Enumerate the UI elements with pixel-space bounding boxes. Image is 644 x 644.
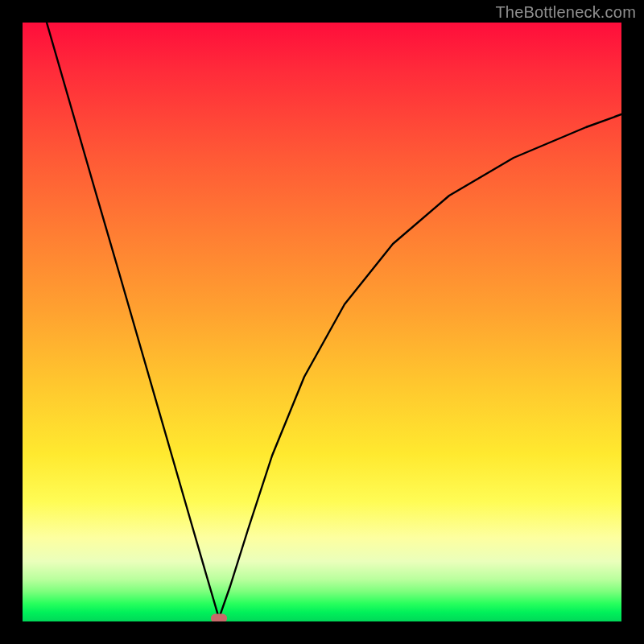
dip-marker bbox=[211, 614, 227, 622]
chart-stage: TheBottleneck.com bbox=[0, 0, 644, 644]
plot-area bbox=[23, 23, 621, 621]
bottleneck-curve bbox=[23, 23, 621, 621]
watermark-text: TheBottleneck.com bbox=[495, 3, 636, 22]
